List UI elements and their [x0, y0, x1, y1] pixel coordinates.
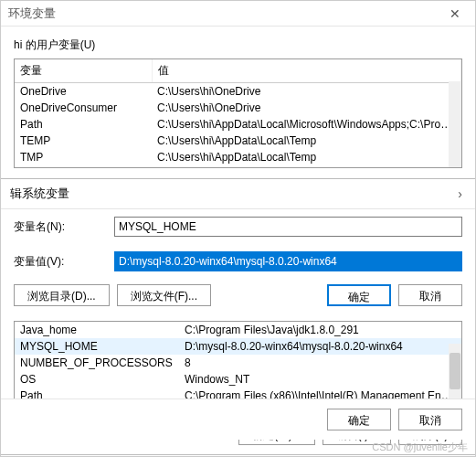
var-value-row: 变量值(V):: [1, 244, 475, 279]
window-buttons: 确定 取消: [1, 399, 475, 440]
var-value-label: 变量值(V):: [14, 254, 114, 270]
table-row[interactable]: MYSQL_HOMED:\mysql-8.0.20-winx64\mysql-8…: [15, 338, 461, 355]
var-name-row: 变量名(N):: [1, 209, 475, 244]
close-icon[interactable]: ✕: [442, 5, 468, 23]
table-row[interactable]: Java_homeC:\Program Files\Java\jdk1.8.0_…: [15, 322, 461, 338]
cancel-button[interactable]: 取消: [398, 409, 462, 430]
env-vars-window: 环境变量 ✕ hi 的用户变量(U) 变量 值 OneDriveC:\Users…: [0, 0, 476, 457]
browse-file-button[interactable]: 浏览文件(F)...: [117, 284, 211, 306]
scrollbar[interactable]: [449, 81, 461, 167]
user-vars-table[interactable]: 变量 值 OneDriveC:\Users\hi\OneDrive OneDri…: [15, 59, 461, 165]
watermark: CSDN @juvenile少年: [372, 441, 468, 454]
col-name[interactable]: 变量: [15, 59, 152, 83]
table-row[interactable]: PathC:\Users\hi\AppData\Local\Microsoft\…: [15, 116, 461, 133]
table-row[interactable]: TEMPC:\Users\hi\AppData\Local\Temp: [15, 133, 461, 149]
edit-cancel-button[interactable]: 取消: [398, 284, 462, 306]
table-row[interactable]: OneDriveConsumerC:\Users\hi\OneDrive: [15, 100, 461, 116]
var-name-label: 变量名(N):: [14, 219, 114, 235]
edit-dialog-buttons: 浏览目录(D)... 浏览文件(F)... 确定 取消: [1, 279, 475, 315]
edit-ok-button[interactable]: 确定: [327, 284, 391, 306]
user-vars-table-wrap: 变量 值 OneDriveC:\Users\hi\OneDrive OneDri…: [14, 58, 462, 168]
chevron-right-icon[interactable]: ›: [454, 185, 466, 203]
table-row[interactable]: NUMBER_OF_PROCESSORS8: [15, 355, 461, 371]
table-row[interactable]: OSWindows_NT: [15, 371, 461, 388]
var-value-input[interactable]: [114, 251, 462, 271]
edit-dialog-title: 辑系统变量: [10, 186, 69, 202]
browse-dir-button[interactable]: 浏览目录(D)...: [14, 284, 110, 306]
table-row[interactable]: OneDriveC:\Users\hi\OneDrive: [15, 83, 461, 101]
window-title: 环境变量: [8, 5, 56, 22]
table-row[interactable]: TMPC:\Users\hi\AppData\Local\Temp: [15, 149, 461, 165]
ok-button[interactable]: 确定: [327, 409, 391, 430]
titlebar: 环境变量 ✕: [1, 1, 475, 27]
scroll-thumb[interactable]: [450, 353, 460, 389]
user-vars-label: hi 的用户变量(U): [1, 27, 475, 58]
col-value[interactable]: 值: [152, 59, 461, 83]
var-name-input[interactable]: [114, 217, 462, 237]
edit-dialog-head: 辑系统变量 ›: [1, 179, 475, 209]
